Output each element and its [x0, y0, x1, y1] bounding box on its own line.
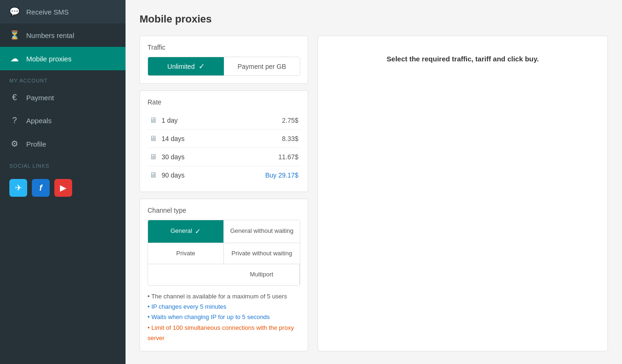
traffic-card: Traffic Unlimited ✓ Payment per GB: [140, 36, 308, 84]
channel-note-4: • Limit of 100 simultaneous connections …: [148, 323, 300, 343]
monitor-icon: 🖥: [149, 134, 157, 143]
channel-general-no-wait-label: General without waiting: [230, 227, 293, 235]
sidebar-item-label: Profile: [26, 140, 46, 148]
channel-private-label: Private: [176, 250, 195, 258]
monitor-icon: 🖥: [149, 171, 157, 179]
telegram-button[interactable]: ✈: [9, 179, 27, 197]
channel-multiport-label: Multiport: [250, 271, 274, 279]
channel-general-no-wait-button[interactable]: General without waiting: [224, 220, 300, 243]
rate-day-label: 30 days: [162, 153, 185, 161]
channel-private-no-wait-label: Private without waiting: [231, 250, 292, 258]
channel-private-no-wait-button[interactable]: Private without waiting: [224, 243, 300, 265]
rate-row-14days[interactable]: 🖥 14 days 8.33$: [148, 130, 300, 148]
rate-row-left: 🖥 30 days: [149, 153, 185, 161]
right-panel-text: Select the required traffic, tariff and …: [387, 55, 539, 63]
rate-row-90days[interactable]: 🖥 90 days Buy 29.17$: [148, 166, 300, 184]
check-icon: ✓: [195, 227, 201, 236]
channel-label: Channel type: [148, 207, 300, 214]
right-panel: Select the required traffic, tariff and …: [318, 36, 608, 351]
check-icon: ✓: [199, 62, 205, 71]
rate-day-label: 90 days: [162, 171, 185, 179]
cloud-icon: ☁: [9, 53, 20, 64]
rate-row-left: 🖥 90 days: [149, 171, 185, 179]
sidebar: 💬 Receive SMS ⏳ Numbers rental ☁ Mobile …: [0, 0, 126, 364]
channel-general-button[interactable]: General ✓: [148, 220, 224, 243]
social-links-container: ✈ f ▶: [0, 173, 126, 206]
sidebar-item-label: Mobile proxies: [26, 55, 72, 63]
sidebar-item-numbers-rental[interactable]: ⏳ Numbers rental: [0, 23, 126, 47]
payment-per-gb-button[interactable]: Payment per GB: [224, 57, 300, 75]
channel-card: Channel type General ✓ General without w…: [140, 199, 308, 351]
sidebar-item-label: Payment: [26, 94, 54, 102]
rate-day-label: 1 day: [162, 117, 178, 124]
channel-note-3: • Waits when changing IP for up to 5 sec…: [148, 312, 300, 322]
channel-multiport-button[interactable]: Multiport: [224, 264, 300, 285]
sidebar-item-label: Numbers rental: [26, 31, 74, 39]
rate-buy-link[interactable]: Buy 29.17$: [265, 171, 298, 179]
my-account-label: MY ACCOUNT: [0, 70, 126, 86]
channel-general-label: General: [170, 227, 192, 235]
social-links-label: SOCIAL LINKS: [0, 156, 126, 171]
page-title: Mobile proxies: [140, 13, 608, 25]
channel-note-2: • IP changes every 5 minutes: [148, 302, 300, 312]
facebook-button[interactable]: f: [32, 179, 50, 197]
sidebar-item-profile[interactable]: ⚙ Profile: [0, 132, 126, 156]
payment-per-gb-label: Payment per GB: [237, 63, 286, 70]
sidebar-item-label: Receive SMS: [26, 8, 69, 16]
channel-notes: • The channel is available for a maximum…: [148, 291, 300, 343]
sidebar-item-appeals[interactable]: ? Appeals: [0, 109, 126, 132]
rate-price: 2.75$: [282, 117, 298, 124]
hourglass-icon: ⏳: [9, 30, 20, 40]
rate-row-1day[interactable]: 🖥 1 day 2.75$: [148, 111, 300, 130]
payment-icon: €: [9, 93, 20, 103]
main-content: Mobile proxies Traffic Unlimited ✓ Payme…: [126, 0, 622, 364]
rate-label: Rate: [148, 98, 300, 106]
rate-price: 11.67$: [278, 153, 298, 161]
rate-row-left: 🖥 14 days: [149, 134, 185, 143]
rate-day-label: 14 days: [162, 135, 185, 142]
rate-row-30days[interactable]: 🖥 30 days 11.67$: [148, 148, 300, 166]
channel-private-button[interactable]: Private: [148, 243, 224, 265]
monitor-icon: 🖥: [149, 153, 157, 161]
traffic-label: Traffic: [148, 44, 300, 51]
channel-note-1: • The channel is available for a maximum…: [148, 291, 300, 302]
unlimited-label: Unlimited: [167, 63, 194, 70]
left-panel: Traffic Unlimited ✓ Payment per GB Rate: [140, 36, 308, 351]
sidebar-item-mobile-proxies[interactable]: ☁ Mobile proxies: [0, 47, 126, 70]
rate-list: 🖥 1 day 2.75$ 🖥 14 days 8.33$: [148, 111, 300, 184]
appeals-icon: ?: [9, 116, 20, 126]
youtube-button[interactable]: ▶: [54, 179, 72, 197]
content-area: Traffic Unlimited ✓ Payment per GB Rate: [140, 36, 608, 351]
unlimited-button[interactable]: Unlimited ✓: [148, 57, 224, 75]
sidebar-item-payment[interactable]: € Payment: [0, 86, 126, 109]
gear-icon: ⚙: [9, 139, 20, 149]
sidebar-item-receive-sms[interactable]: 💬 Receive SMS: [0, 0, 126, 23]
monitor-icon: 🖥: [149, 116, 157, 125]
channel-grid: General ✓ General without waiting Privat…: [148, 220, 300, 286]
rate-price: 8.33$: [282, 135, 298, 142]
sidebar-item-label: Appeals: [26, 117, 52, 125]
sms-icon: 💬: [9, 7, 20, 17]
rate-card: Rate 🖥 1 day 2.75$ 🖥 14 days: [140, 90, 308, 192]
rate-row-left: 🖥 1 day: [149, 116, 178, 125]
traffic-toggle: Unlimited ✓ Payment per GB: [148, 57, 300, 76]
